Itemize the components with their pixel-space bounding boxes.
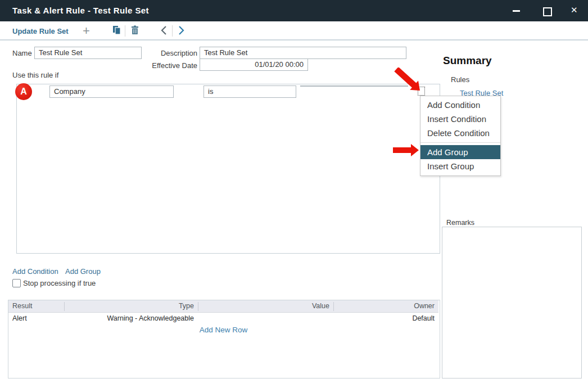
condition-value-input[interactable] <box>300 85 408 87</box>
next-icon[interactable] <box>178 26 185 35</box>
copy-icon[interactable] <box>112 25 121 35</box>
update-rule-set-button[interactable]: Update Rule Set <box>12 27 69 35</box>
add-condition-link[interactable]: Add Condition <box>12 267 58 276</box>
window-title: Task & Alert Rule - Test Rule Set <box>12 6 149 15</box>
column-header-value[interactable]: Value <box>198 302 329 310</box>
toolbar-separator <box>125 25 125 37</box>
add-group-link[interactable]: Add Group <box>65 267 101 276</box>
menu-item-add-group[interactable]: Add Group <box>420 145 500 159</box>
previous-icon[interactable] <box>160 26 168 35</box>
stop-processing-label: Stop processing if true <box>23 279 96 287</box>
remarks-textarea[interactable] <box>442 227 582 379</box>
description-label: Description <box>152 49 197 57</box>
column-header-result[interactable]: Result <box>12 302 32 310</box>
column-header-type[interactable]: Type <box>64 302 194 310</box>
name-input[interactable]: Test Rule Set <box>34 47 142 59</box>
effective-date-label: Effective Date <box>146 61 197 70</box>
table-cell-type[interactable]: Warning - Acknowledgeable <box>64 314 194 322</box>
stop-processing-checkbox[interactable] <box>12 279 21 287</box>
toolbar-separator <box>172 25 173 37</box>
column-divider <box>198 302 198 311</box>
close-icon[interactable]: ✕ <box>571 5 578 15</box>
annotation-badge-a: A <box>15 83 32 100</box>
menu-separator <box>420 142 500 143</box>
add-new-row-link[interactable]: Add New Row <box>8 326 439 334</box>
maximize-icon[interactable] <box>543 7 552 16</box>
minimize-icon[interactable] <box>513 10 520 12</box>
use-this-rule-if-label: Use this rule if <box>12 71 58 79</box>
column-divider <box>333 302 334 311</box>
column-divider <box>64 302 65 311</box>
table-cell-result[interactable]: Alert <box>12 314 27 322</box>
condition-field-select[interactable]: Company <box>49 85 174 98</box>
menu-item-delete-condition[interactable]: Delete Condition <box>420 126 500 140</box>
menu-item-insert-condition[interactable]: Insert Condition <box>420 112 500 126</box>
condition-context-menu: Add Condition Insert Condition Delete Co… <box>420 96 501 176</box>
column-header-owner[interactable]: Owner <box>333 302 435 310</box>
task-alert-rule-window: Task & Alert Rule - Test Rule Set ✕ Upda… <box>0 0 588 383</box>
menu-item-add-condition[interactable]: Add Condition <box>420 98 500 112</box>
annotation-arrow-to-add-group <box>392 143 420 157</box>
add-icon[interactable]: + <box>83 24 90 38</box>
rules-label: Rules <box>451 75 469 84</box>
menu-item-insert-group[interactable]: Insert Group <box>420 159 500 173</box>
delete-icon[interactable] <box>130 25 139 35</box>
rule-conditions-panel <box>16 84 440 254</box>
condition-operator-select[interactable]: is <box>203 85 296 98</box>
remarks-label: Remarks <box>446 219 474 227</box>
effective-date-input[interactable]: 01/01/20 00:00 <box>200 58 308 71</box>
name-label: Name <box>12 49 32 57</box>
table-cell-owner[interactable]: Default <box>333 314 435 322</box>
description-input[interactable]: Test Rule Set <box>200 47 406 59</box>
annotation-arrow-to-menu-button <box>393 67 423 93</box>
summary-heading: Summary <box>443 55 492 67</box>
